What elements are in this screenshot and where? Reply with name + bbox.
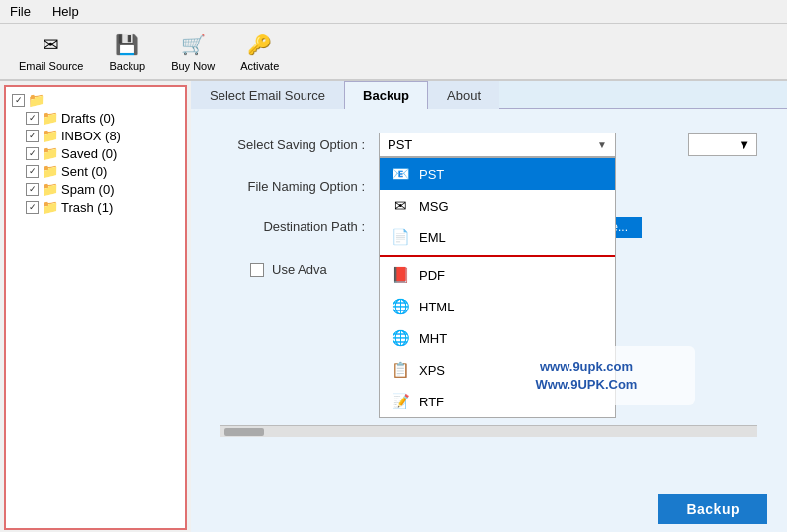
sidebar-item-spam[interactable]: ✓ 📁 Spam (0) [24, 180, 181, 198]
toolbar-activate[interactable]: 🔑 Activate [229, 26, 290, 77]
sent-icon: 📁 [42, 163, 58, 179]
drafts-icon: 📁 [42, 110, 58, 126]
saving-option-row: Select Saving Option : PST ▼ 📧 PST [220, 133, 757, 157]
html-label: HTML [419, 300, 454, 314]
msg-label: MSG [419, 199, 449, 214]
saving-option-select[interactable]: PST ▼ [379, 133, 616, 157]
sidebar-item-inbox[interactable]: ✓ 📁 INBOX (8) [24, 127, 181, 144]
sidebar-children: ✓ 📁 Drafts (0) ✓ 📁 INBOX (8) ✓ 📁 Saved (… [10, 109, 181, 216]
extra-select-box[interactable]: ▼ [688, 133, 757, 156]
toolbar-buy-now-label: Buy Now [171, 60, 215, 72]
trash-checkbox[interactable]: ✓ [26, 201, 39, 214]
inbox-icon: 📁 [42, 128, 58, 143]
drafts-label: Drafts (0) [61, 111, 115, 126]
pdf-label: PDF [419, 268, 445, 283]
saved-icon: 📁 [42, 145, 58, 161]
destination-label: Destination Path : [220, 220, 379, 234]
pst-icon: 📧 [390, 163, 411, 185]
dropdown-item-msg[interactable]: ✉ MSG [380, 190, 615, 222]
form-area: Select Saving Option : PST ▼ 📧 PST [191, 109, 787, 485]
dropdown-item-pdf[interactable]: 📕 PDF [380, 259, 615, 291]
toolbar-buy-now[interactable]: 🛒 Buy Now [160, 26, 225, 77]
inbox-label: INBOX (8) [61, 129, 121, 143]
email-source-icon: ✉ [38, 31, 65, 58]
sent-label: Sent (0) [61, 164, 107, 179]
root-checkbox[interactable]: ✓ [12, 94, 25, 107]
sidebar-item-drafts[interactable]: ✓ 📁 Drafts (0) [24, 109, 181, 127]
hscroll[interactable] [220, 425, 757, 437]
tab-backup[interactable]: Backup [344, 81, 428, 109]
drafts-checkbox[interactable]: ✓ [26, 112, 39, 125]
tab-select-email[interactable]: Select Email Source [191, 81, 344, 109]
pdf-icon: 📕 [390, 264, 411, 286]
spam-icon: 📁 [42, 181, 58, 197]
eml-icon: 📄 [390, 226, 411, 248]
sidebar-item-saved[interactable]: ✓ 📁 Saved (0) [24, 144, 181, 162]
mht-icon: 🌐 [390, 327, 411, 349]
eml-label: EML [419, 230, 446, 245]
file-naming-label: File Naming Option : [220, 179, 379, 194]
menu-file[interactable]: File [6, 2, 35, 21]
hscroll-container [220, 423, 757, 437]
extra-chevron-icon: ▼ [738, 137, 750, 152]
saving-option-control: PST ▼ 📧 PST ✉ MSG [379, 133, 688, 157]
extra-select: ▼ [688, 133, 757, 156]
xps-label: XPS [419, 363, 445, 378]
saved-label: Saved (0) [61, 146, 117, 161]
toolbar-email-source-label: Email Source [19, 60, 83, 72]
dropdown-item-pst[interactable]: 📧 PST [380, 158, 615, 190]
sidebar-item-trash[interactable]: ✓ 📁 Trash (1) [24, 198, 181, 216]
trash-label: Trash (1) [61, 200, 113, 215]
spam-label: Spam (0) [61, 182, 114, 197]
sidebar: ✓ 📁 ✓ 📁 Drafts (0) ✓ 📁 INBOX (8) ✓ 📁 Sav… [4, 85, 187, 530]
backup-icon: 💾 [114, 31, 141, 58]
saving-option-value: PST [388, 137, 412, 152]
tab-about[interactable]: About [428, 81, 499, 109]
chevron-down-icon: ▼ [597, 139, 607, 150]
dropdown-item-rtf[interactable]: 📝 RTF [380, 386, 615, 417]
menubar: File Help [0, 0, 787, 24]
saved-checkbox[interactable]: ✓ [26, 147, 39, 160]
mht-label: MHT [419, 331, 447, 346]
toolbar-activate-label: Activate [240, 60, 279, 72]
activate-icon: 🔑 [246, 31, 274, 58]
footer: Backup [191, 485, 787, 532]
trash-icon: 📁 [42, 199, 58, 215]
dropdown-item-mht[interactable]: 🌐 MHT [380, 322, 615, 354]
advanced-checkbox[interactable] [250, 263, 264, 277]
saving-option-select-wrap: PST ▼ 📧 PST ✉ MSG [379, 133, 616, 157]
inbox-checkbox[interactable]: ✓ [26, 130, 39, 142]
pst-label: PST [419, 167, 444, 182]
buy-now-icon: 🛒 [179, 31, 207, 58]
hscroll-thumb[interactable] [224, 428, 264, 436]
advanced-label: Use Adva [272, 262, 327, 277]
root-folder-icon: 📁 [28, 92, 44, 108]
saving-option-label: Select Saving Option : [220, 137, 379, 152]
menu-help[interactable]: Help [48, 2, 83, 21]
sent-checkbox[interactable]: ✓ [26, 165, 39, 178]
spam-checkbox[interactable]: ✓ [26, 183, 39, 196]
saving-option-dropdown[interactable]: 📧 PST ✉ MSG 📄 EML [379, 157, 616, 418]
content-area: Select Email Source Backup About Select … [191, 81, 787, 532]
html-icon: 🌐 [390, 296, 411, 317]
dropdown-divider [380, 255, 615, 257]
rtf-label: RTF [419, 395, 444, 409]
dropdown-item-eml[interactable]: 📄 EML [380, 222, 615, 253]
sidebar-item-sent[interactable]: ✓ 📁 Sent (0) [24, 162, 181, 180]
toolbar-backup[interactable]: 💾 Backup [98, 26, 156, 77]
dropdown-item-xps[interactable]: 📋 XPS [380, 354, 615, 386]
sidebar-root[interactable]: ✓ 📁 [10, 91, 181, 109]
toolbar: ✉ Email Source 💾 Backup 🛒 Buy Now 🔑 Acti… [0, 24, 787, 81]
xps-icon: 📋 [390, 359, 411, 381]
rtf-icon: 📝 [390, 391, 411, 412]
toolbar-backup-label: Backup [109, 60, 145, 72]
tabs: Select Email Source Backup About [191, 81, 787, 109]
main-layout: ✓ 📁 ✓ 📁 Drafts (0) ✓ 📁 INBOX (8) ✓ 📁 Sav… [0, 81, 787, 532]
msg-icon: ✉ [390, 195, 411, 217]
dropdown-item-html[interactable]: 🌐 HTML [380, 291, 615, 322]
toolbar-email-source[interactable]: ✉ Email Source [8, 26, 94, 77]
backup-button[interactable]: Backup [658, 494, 767, 524]
